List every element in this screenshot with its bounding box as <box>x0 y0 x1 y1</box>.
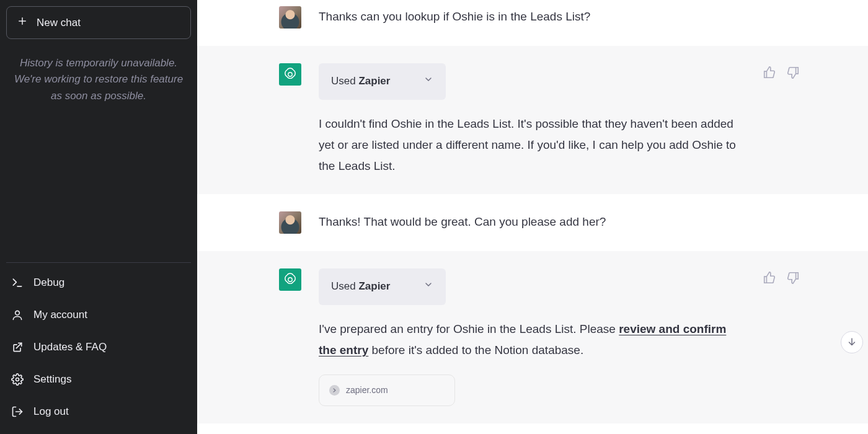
message-text: I couldn't find Oshie in the Leads List.… <box>319 113 740 177</box>
new-chat-label: New chat <box>37 17 81 29</box>
avatar <box>279 211 301 234</box>
sidebar-item-account[interactable]: My account <box>6 299 191 331</box>
tool-label: Used Zapier <box>331 72 390 91</box>
tool-expand-button[interactable]: Used Zapier <box>319 268 446 305</box>
message-user: Thanks can you lookup if Oshie is in the… <box>197 0 868 46</box>
link-preview-card[interactable]: zapier.com <box>319 374 455 406</box>
plus-icon <box>17 16 28 30</box>
svg-point-3 <box>288 278 292 281</box>
chat-thread: Thanks can you lookup if Oshie is in the… <box>197 0 868 434</box>
chevron-down-icon <box>423 277 433 296</box>
sidebar: New chat History is temporarily unavaila… <box>0 0 197 434</box>
sidebar-item-updates[interactable]: Updates & FAQ <box>6 331 191 363</box>
svg-point-2 <box>288 73 292 76</box>
sidebar-item-label: Settings <box>33 373 71 386</box>
sidebar-divider <box>6 262 191 263</box>
thumbs-down-button[interactable] <box>786 271 800 285</box>
sidebar-item-label: Log out <box>33 405 69 418</box>
avatar <box>279 63 301 86</box>
sidebar-item-settings[interactable]: Settings <box>6 363 191 396</box>
new-chat-button[interactable]: New chat <box>6 6 191 39</box>
message-user: Thanks! That would be great. Can you ple… <box>197 194 868 251</box>
message-text: Thanks can you lookup if Oshie is in the… <box>319 6 590 27</box>
message-assistant: Used Zapier I've prepared an entry for O… <box>197 251 868 423</box>
avatar <box>279 268 301 291</box>
tool-label: Used Zapier <box>331 277 390 296</box>
thumbs-up-button[interactable] <box>763 66 776 79</box>
history-status: History is temporarily unavailable. We'r… <box>6 55 191 104</box>
message-assistant: Used Zapier I couldn't find Oshie in the… <box>197 46 868 194</box>
terminal-icon <box>11 277 24 289</box>
chat-main: Thanks can you lookup if Oshie is in the… <box>197 0 868 434</box>
sidebar-item-label: Updates & FAQ <box>33 341 107 353</box>
link-icon <box>329 385 340 396</box>
sidebar-item-label: My account <box>33 309 87 321</box>
gear-icon <box>11 373 24 386</box>
thumbs-up-button[interactable] <box>763 271 776 285</box>
svg-point-0 <box>16 311 20 315</box>
sidebar-item-debug[interactable]: Debug <box>6 267 191 299</box>
sidebar-item-logout[interactable]: Log out <box>6 396 191 428</box>
sidebar-item-label: Debug <box>33 277 64 289</box>
logout-icon <box>11 405 24 418</box>
svg-point-1 <box>16 378 19 381</box>
tool-expand-button[interactable]: Used Zapier <box>319 63 446 100</box>
avatar <box>279 6 301 29</box>
message-text: Thanks! That would be great. Can you ple… <box>319 211 606 232</box>
user-icon <box>11 309 24 321</box>
chevron-down-icon <box>423 72 433 91</box>
external-link-icon <box>11 341 24 353</box>
link-domain: zapier.com <box>346 383 388 398</box>
thumbs-down-button[interactable] <box>786 66 800 79</box>
scroll-to-bottom-button[interactable] <box>841 331 863 353</box>
message-text: I've prepared an entry for Oshie in the … <box>319 319 740 361</box>
